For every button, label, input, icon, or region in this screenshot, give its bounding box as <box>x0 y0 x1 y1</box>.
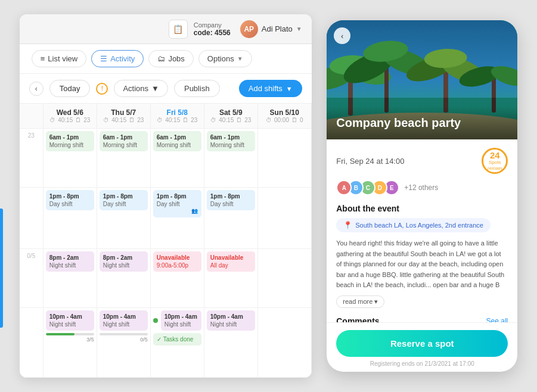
comments-title: Comments <box>336 316 379 322</box>
event-date-row: Fri, Sep 24 at 14:00 24 Spotsremain <box>336 148 508 174</box>
col-sat: Sat 5/9 ⏱40:15 🗒23 <box>204 104 258 128</box>
dot-indicator <box>153 318 158 323</box>
spots-number: 24 <box>490 151 500 160</box>
cell-fri-morning[interactable]: 6am - 1pm Morning shift <box>151 129 204 188</box>
company-text: Company code: 4556 <box>194 21 231 37</box>
event-content: Fri, Sep 24 at 14:00 24 Spotsremain A B … <box>327 139 517 322</box>
shift-block[interactable]: 1pm - 8pm Day shift <box>100 190 148 210</box>
shift-block[interactable]: 1pm - 8pm Day shift 👥 <box>153 190 201 217</box>
user-info[interactable]: AP Adi Plato ▼ <box>240 20 302 38</box>
actions-chevron-icon: ▼ <box>151 84 159 93</box>
cell-sat-nightlate[interactable]: 10pm - 4am Night shift <box>204 308 258 378</box>
event-description: You heard right! this friday we're all g… <box>336 238 508 291</box>
actions-button[interactable]: Actions ▼ <box>114 80 168 97</box>
cell-sat-day[interactable]: 1pm - 8pm Day shift <box>204 188 258 250</box>
add-shifts-button[interactable]: Add shifts ▼ <box>239 80 302 97</box>
prev-arrow[interactable]: ‹ <box>29 82 44 96</box>
cell-wed-nightearly[interactable]: 8pm - 2am Night shift <box>44 249 97 308</box>
cell-sun-day <box>258 188 312 250</box>
see-all-link[interactable]: See all <box>486 317 508 322</box>
read-more-button[interactable]: read more ▾ <box>336 295 384 308</box>
unavailable-block[interactable]: Unavailable 9:00a-5:00p <box>153 251 201 272</box>
beach-image: ‹ Company beach party <box>327 20 517 139</box>
cell-wed-nightlate[interactable]: 10pm - 4am Night shift 3/5 <box>44 308 97 378</box>
cell-thu-nightearly[interactable]: 8pm - 2am Night shift <box>97 249 151 308</box>
row-label-3: 0/5 <box>20 249 44 308</box>
mobile-panel: ‹ Company beach party Fri, Sep 24 at 14:… <box>327 20 517 372</box>
event-title-overlay: Company beach party <box>327 107 517 139</box>
shift-block[interactable]: 10pm - 4am Night shift <box>207 310 255 331</box>
spots-label: Spotsremain <box>488 160 502 171</box>
publish-button[interactable]: Publish <box>174 80 220 97</box>
location-pin-icon: 📍 <box>343 221 352 229</box>
add-shifts-chevron-icon: ▼ <box>286 85 293 92</box>
cell-thu-morning[interactable]: 6am - 1pm Morning shift <box>97 129 151 188</box>
staff-count: 0/5 <box>100 337 148 343</box>
shift-block[interactable]: 8pm - 2am Night shift <box>46 251 94 272</box>
mobile-bottom: Reserve a spot Registering ends on 21/3/… <box>327 322 517 372</box>
list-view-icon: ≡ <box>41 54 45 63</box>
cell-fri-nightlate[interactable]: 10pm - 4am Night shift ✓ Tasks done <box>151 308 204 378</box>
event-title: Company beach party <box>336 116 508 130</box>
cell-thu-nightlate[interactable]: 10pm - 4am Night shift 0/5 <box>97 308 151 378</box>
col-wed: Wed 5/6 ⏱40:15 🗒23 <box>44 104 97 128</box>
cell-thu-day[interactable]: 1pm - 8pm Day shift <box>97 188 151 250</box>
shift-block[interactable]: 6am - 1pm Morning shift <box>153 131 201 151</box>
company-icon: 📋 <box>169 20 188 39</box>
cell-wed-day[interactable]: 1pm - 8pm Day shift <box>44 188 97 250</box>
activity-icon: ☰ <box>100 54 107 63</box>
toolbar: ‹ Today ! Actions ▼ Publish Add shifts ▼ <box>20 74 312 104</box>
jobs-icon: 🗂 <box>157 54 165 63</box>
activity-tab[interactable]: ☰ Activity <box>91 50 144 67</box>
shift-block[interactable]: 10pm - 4am Night shift <box>161 310 201 331</box>
about-title: About the event <box>336 204 508 213</box>
cell-sun-nightearly <box>258 249 312 308</box>
shift-block[interactable]: 6am - 1pm Morning shift <box>207 131 255 151</box>
shift-block[interactable]: 6am - 1pm Morning shift <box>100 131 148 151</box>
shift-block[interactable]: 10pm - 4am Night shift <box>100 310 148 331</box>
scheduling-panel: 📋 Company code: 4556 AP Adi Plato ▼ ≡ Li… <box>20 14 312 378</box>
staff-count: 3/5 <box>46 337 94 343</box>
col-sun: Sun 5/10 ⏱00:00 🗒0 <box>258 104 312 128</box>
attendee-avatar: A <box>336 180 352 195</box>
shift-block[interactable]: 10pm - 4am Night shift <box>46 310 94 331</box>
calendar-body: 23 6am - 1pm Morning shift 6am - 1pm Mor… <box>20 129 312 378</box>
list-view-tab[interactable]: ≡ List view <box>32 50 86 67</box>
warning-badge: ! <box>96 83 108 95</box>
row-label-2 <box>20 188 44 250</box>
nav-bar: ≡ List view ☰ Activity 🗂 Jobs Options ▼ <box>20 44 312 74</box>
cell-fri-day[interactable]: 1pm - 8pm Day shift 👥 <box>151 188 204 250</box>
progress-bar <box>46 333 94 335</box>
col-fri: Fri 5/8 ⏱40:15 🗒23 <box>151 104 204 128</box>
jobs-tab[interactable]: 🗂 Jobs <box>148 50 193 67</box>
task-done-block[interactable]: ✓ Tasks done <box>153 333 201 346</box>
unavailable-block[interactable]: Unavailable All day <box>207 251 255 272</box>
shift-block[interactable]: 6am - 1pm Morning shift <box>46 131 94 151</box>
cell-wed-morning[interactable]: 6am - 1pm Morning shift <box>44 129 97 188</box>
cell-sun-nightlate <box>258 308 312 378</box>
shift-block[interactable]: 8pm - 2am Night shift <box>100 251 148 272</box>
location-text: South beach LA, Los Angeles, 2nd entranc… <box>355 222 483 229</box>
options-chevron-icon: ▼ <box>237 55 243 62</box>
cell-fri-nightearly[interactable]: Unavailable 9:00a-5:00p <box>151 249 204 308</box>
calendar-header: Wed 5/6 ⏱40:15 🗒23 Thu 5/7 ⏱40:15 🗒23 Fr… <box>20 104 312 129</box>
comments-header: Comments See all <box>336 316 508 322</box>
row-label-4 <box>20 308 44 378</box>
avatar: AP <box>240 20 258 38</box>
options-tab[interactable]: Options ▼ <box>198 50 252 67</box>
shift-block[interactable]: 1pm - 8pm Day shift <box>207 190 255 210</box>
user-chevron-icon: ▼ <box>296 26 302 32</box>
today-button[interactable]: Today <box>49 80 91 97</box>
cell-sat-nightearly[interactable]: Unavailable All day <box>204 249 258 308</box>
top-bar: 📋 Company code: 4556 AP Adi Plato ▼ <box>20 14 312 44</box>
chevron-down-icon: ▾ <box>374 298 378 306</box>
row-label-1: 23 <box>20 129 44 188</box>
reserve-button[interactable]: Reserve a spot <box>336 330 508 357</box>
calendar: Wed 5/6 ⏱40:15 🗒23 Thu 5/7 ⏱40:15 🗒23 Fr… <box>20 104 312 378</box>
cell-sat-morning[interactable]: 6am - 1pm Morning shift <box>204 129 258 188</box>
location-chip: 📍 South beach LA, Los Angeles, 2nd entra… <box>336 218 491 232</box>
register-ends-text: Registering ends on 21/3/2021 at 17:00 <box>336 360 508 367</box>
attendees-more: +12 others <box>404 183 438 192</box>
shift-block[interactable]: 1pm - 8pm Day shift <box>46 190 94 210</box>
company-info: 📋 Company code: 4556 <box>169 20 231 39</box>
